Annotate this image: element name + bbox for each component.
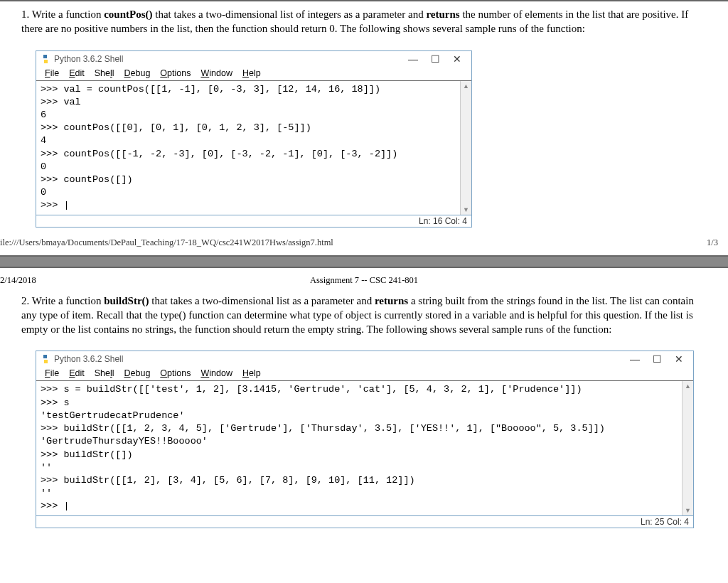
shell-body: >>> val = countPos([[1, -1], [0, -3, 3],… [36, 81, 471, 215]
shell-body: >>> s = buildStr([['test', 1, 2], [3.141… [36, 381, 693, 515]
menu-debug[interactable]: Debug [120, 68, 155, 78]
menu-file[interactable]: File [41, 368, 63, 378]
close-button[interactable]: ✕ [453, 53, 461, 65]
shell-title-text: Python 3.6.2 Shell [54, 354, 630, 364]
header-title: Assignment 7 -- CSC 241-801 [310, 275, 418, 286]
question-number: 1. [21, 9, 32, 20]
menu-help[interactable]: Help [238, 68, 265, 78]
shell-status-bar: Ln: 16 Col: 4 [36, 215, 471, 227]
shell-menu-bar: File Edit Shell Debug Options Window Hel… [36, 367, 693, 381]
shell-title-text: Python 3.6.2 Shell [54, 54, 408, 64]
question-number: 2. [21, 295, 32, 306]
q2-returns: returns [375, 295, 408, 306]
q1-text-before: Write a function [32, 9, 104, 20]
menu-edit[interactable]: Edit [65, 368, 89, 378]
page-footer-1: ile:///Users/bmaya/Documents/DePaul_Teac… [0, 233, 728, 255]
q1-fn-name: countPos() [104, 9, 152, 20]
window-controls: — ☐ ✕ [630, 353, 689, 365]
shell-title-bar: Python 3.6.2 Shell — ☐ ✕ [36, 51, 471, 67]
footer-url: ile:///Users/bmaya/Documents/DePaul_Teac… [0, 237, 333, 248]
menu-help[interactable]: Help [238, 368, 265, 378]
menu-options[interactable]: Options [156, 368, 195, 378]
question-2: 2. Write a function buildStr() that take… [0, 288, 728, 343]
maximize-button[interactable]: ☐ [431, 53, 440, 65]
header-date: 2/14/2018 [0, 275, 36, 285]
shell-window-2: Python 3.6.2 Shell — ☐ ✕ File Edit Shell… [36, 351, 694, 528]
page-break [0, 255, 728, 268]
scroll-down-icon[interactable]: ▼ [461, 205, 471, 215]
footer-page: 1/3 [707, 237, 718, 248]
menu-shell[interactable]: Shell [90, 68, 119, 78]
shell-title-bar: Python 3.6.2 Shell — ☐ ✕ [36, 351, 693, 367]
q2-text-before: Write a function [32, 295, 104, 306]
menu-options[interactable]: Options [156, 68, 195, 78]
q1-returns: returns [426, 9, 459, 20]
minimize-button[interactable]: — [408, 53, 418, 65]
scroll-down-icon[interactable]: ▼ [683, 506, 692, 515]
minimize-button[interactable]: — [630, 353, 640, 365]
maximize-button[interactable]: ☐ [653, 353, 662, 365]
question-1: 1. Write a function countPos() that take… [0, 1, 728, 42]
python-logo-icon [41, 354, 50, 364]
menu-window[interactable]: Window [196, 368, 236, 378]
scrollbar[interactable]: ▲ ▼ [682, 381, 693, 515]
q2-fn-name: buildStr() [104, 295, 149, 306]
shell-content[interactable]: >>> s = buildStr([['test', 1, 2], [3.141… [36, 381, 693, 515]
shell-content[interactable]: >>> val = countPos([[1, -1], [0, -3, 3],… [36, 81, 471, 215]
menu-shell[interactable]: Shell [90, 368, 119, 378]
menu-file[interactable]: File [41, 68, 63, 78]
scroll-up-icon[interactable]: ▲ [683, 381, 692, 391]
shell-menu-bar: File Edit Shell Debug Options Window Hel… [36, 67, 471, 81]
python-logo-icon [41, 54, 50, 64]
scroll-up-icon[interactable]: ▲ [461, 81, 471, 91]
page-header-2: 2/14/2018 Assignment 7 -- CSC 241-801 [0, 268, 728, 288]
q2-text-mid: that takes a two-dimensional list as a p… [149, 295, 375, 306]
scrollbar[interactable]: ▲ ▼ [460, 81, 471, 215]
shell-status-bar: Ln: 25 Col: 4 [36, 515, 693, 528]
shell-window-1: Python 3.6.2 Shell — ☐ ✕ File Edit Shell… [36, 50, 472, 228]
menu-debug[interactable]: Debug [120, 368, 155, 378]
menu-edit[interactable]: Edit [65, 68, 89, 78]
window-controls: — ☐ ✕ [408, 53, 467, 65]
q1-text-mid: that takes a two-dimensional list of int… [153, 9, 427, 20]
menu-window[interactable]: Window [196, 68, 236, 78]
close-button[interactable]: ✕ [675, 353, 683, 365]
